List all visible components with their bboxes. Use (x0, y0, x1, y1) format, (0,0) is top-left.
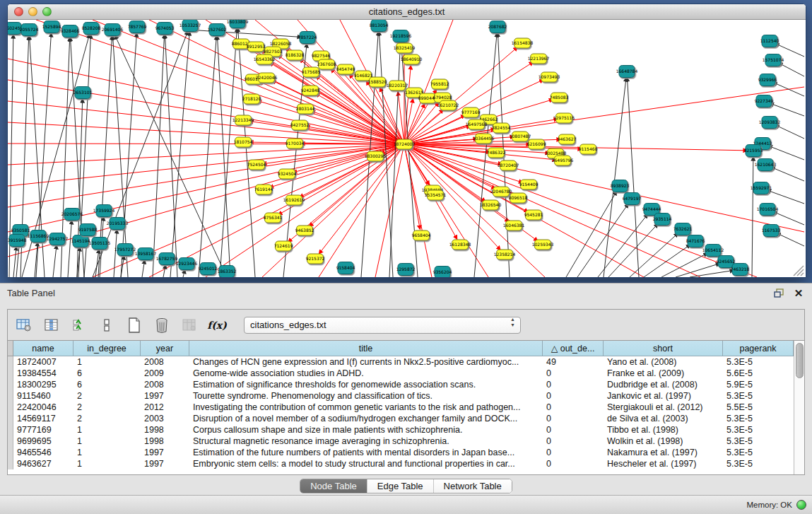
window-resize-grip[interactable] (797, 269, 804, 276)
table-cell[interactable]: 0 (543, 413, 604, 424)
table-cell[interactable]: 5.6E-5 (723, 368, 794, 379)
table-cell[interactable]: 1 (73, 424, 141, 436)
black-edge[interactable] (121, 33, 136, 277)
paper-node-teal[interactable]: 12942757 (47, 233, 69, 245)
table-cell[interactable]: 9465546 (13, 447, 73, 458)
paper-node-yellow[interactable]: 8912953 (247, 42, 266, 52)
black-edge[interactable] (163, 265, 165, 277)
table-row[interactable]: 911546021997Tourette syndrome. Phenomeno… (8, 390, 794, 402)
column-header-0[interactable]: name (13, 341, 73, 356)
table-cell[interactable]: 0 (543, 379, 604, 390)
paper-node-yellow[interactable]: 1588520 (368, 77, 387, 87)
paper-node-yellow[interactable]: 7124619 (274, 241, 293, 251)
table-vertical-scrollbar[interactable] (794, 341, 804, 474)
paper-node-yellow[interactable]: 9463627 (558, 134, 577, 144)
paper-node-teal[interactable]: 1145194 (71, 235, 90, 247)
table-cell[interactable]: Structural magnetic resonance image aver… (189, 436, 543, 447)
paper-node-yellow[interactable]: 16154838 (512, 38, 534, 48)
function-builder-icon[interactable]: f(x) (208, 316, 226, 334)
red-edge[interactable] (404, 144, 432, 277)
paper-node-yellow[interactable]: 9777169 (461, 107, 481, 117)
minimize-window-button[interactable] (28, 7, 37, 16)
paper-node-yellow[interactable]: 1810754 (234, 137, 253, 147)
paper-node-teal[interactable]: 7857224 (298, 32, 317, 44)
black-edge[interactable] (53, 245, 57, 277)
table-cell[interactable]: Tourette syndrome. Phenomenology and cla… (189, 390, 543, 402)
paper-node-yellow[interactable]: 16497568 (466, 119, 488, 129)
paper-node-yellow[interactable]: 12213967 (528, 54, 550, 64)
column-header-3[interactable]: title (189, 341, 543, 356)
paper-node-teal[interactable]: 1525894 (42, 21, 61, 33)
black-edge[interactable] (777, 233, 804, 246)
table-cell[interactable]: 0 (543, 424, 604, 436)
delete-table-icon[interactable] (153, 316, 171, 334)
table-cell[interactable]: 5.9E-5 (723, 379, 794, 390)
paper-node-yellow[interactable]: 18640910 (401, 54, 423, 64)
paper-node-teal[interactable]: 16648784 (616, 66, 638, 78)
paper-node-yellow[interactable]: 9115460 (579, 144, 598, 154)
network-canvas-area[interactable]: 1602455205572415258949328466852820820691… (8, 20, 806, 277)
paper-node-yellow[interactable]: 8427552 (290, 120, 310, 130)
paper-node-teal[interactable]: 13505135 (89, 238, 111, 250)
paper-node-teal[interactable]: 17957272 (114, 244, 136, 256)
table-cell[interactable]: 0 (543, 390, 604, 402)
black-edge[interactable] (644, 245, 690, 277)
black-edge[interactable] (113, 36, 128, 277)
table-cell[interactable]: Dudbridge et al. (2008) (604, 379, 723, 390)
paper-node-teal[interactable]: 1863352 (218, 266, 237, 278)
paper-node-yellow[interactable]: 7955812 (430, 79, 449, 89)
table-cell[interactable]: 6 (73, 379, 141, 390)
table-cell[interactable]: Stergiakouli et al. (2012) (604, 402, 723, 413)
table-cell[interactable]: Changes of HCN gene expression and I(f) … (189, 356, 543, 368)
paper-node-yellow[interactable]: 22420046 (256, 73, 278, 83)
red-edge[interactable] (404, 103, 438, 144)
paper-node-teal[interactable]: 10654112 (702, 245, 724, 257)
paper-node-teal[interactable]: 7857769 (128, 21, 147, 33)
black-edge[interactable] (389, 42, 401, 277)
paper-node-teal[interactable]: 3915948 (8, 235, 27, 247)
paper-node-teal[interactable]: 16033809 (227, 20, 249, 28)
paper-node-yellow[interactable]: 18724007 (394, 139, 416, 149)
table-row[interactable]: 946554611997Estimation of the future num… (8, 447, 794, 458)
paper-node-teal[interactable]: 13958167 (135, 248, 157, 260)
table-cell[interactable]: 0 (543, 436, 604, 447)
table-cell[interactable]: 9777169 (13, 424, 73, 436)
paper-node-teal[interactable]: 9245012 (199, 263, 218, 275)
table-row[interactable]: 1938455462009Genome-wide association stu… (8, 368, 794, 379)
table-cell[interactable]: 1 (73, 356, 141, 368)
table-cell[interactable]: 2003 (141, 413, 189, 424)
paper-node-teal[interactable]: 10533257 (180, 20, 201, 32)
window-resize-grip[interactable] (801, 273, 804, 276)
table-body[interactable]: 1872400712008Changes of HCN gene express… (8, 356, 794, 474)
table-cell[interactable]: 5.3E-5 (723, 458, 794, 469)
paper-node-yellow[interactable]: 9170034 (286, 139, 305, 148)
paper-node-teal[interactable]: 2087682 (488, 21, 507, 33)
paper-node-yellow[interactable]: 12358214 (494, 250, 516, 259)
table-row[interactable]: 1456911722003Disruption of a novel membe… (8, 413, 794, 424)
network-graph[interactable]: 1602455205572415258949328466852820820691… (8, 20, 806, 277)
table-cell[interactable]: 6 (73, 368, 141, 379)
paper-node-yellow[interactable]: 2367608 (317, 59, 336, 69)
black-edge[interactable] (771, 167, 804, 181)
paper-node-teal[interactable]: 9674053 (155, 23, 175, 35)
paper-node-teal[interactable]: 9197588 (78, 224, 98, 236)
float-panel-icon[interactable] (772, 288, 785, 299)
table-cell[interactable]: 5.3E-5 (723, 356, 794, 368)
paper-node-yellow[interactable]: 20364456 (473, 134, 495, 144)
table-cell[interactable]: 1997 (141, 458, 189, 469)
paper-node-yellow[interactable]: 18720407 (498, 160, 519, 170)
paper-node-yellow[interactable]: 18326540 (480, 200, 502, 210)
paper-node-yellow[interactable]: 10807487 (510, 132, 531, 141)
paper-node-teal[interactable]: 17016504 (757, 204, 779, 216)
black-edge[interactable] (676, 264, 719, 277)
paper-node-teal[interactable]: 9227349 (755, 95, 774, 107)
table-cell[interactable]: Wolkin et al. (1998) (604, 436, 723, 447)
black-edge[interactable] (661, 253, 707, 277)
table-cell[interactable]: 2009 (141, 368, 189, 379)
black-edge[interactable] (779, 63, 804, 76)
black-edge[interactable] (775, 125, 804, 139)
show-columns-icon[interactable] (42, 316, 61, 334)
table-cell[interactable]: 22420046 (13, 402, 73, 413)
table-cell[interactable]: 19384554 (13, 368, 73, 379)
paper-node-yellow[interactable]: 22046780 (490, 187, 512, 197)
